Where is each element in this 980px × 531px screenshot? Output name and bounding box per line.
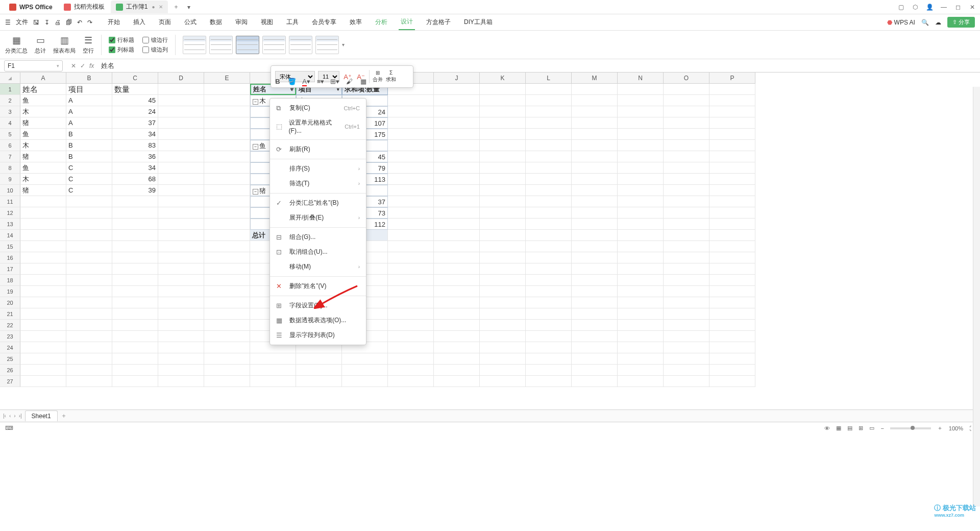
cell[interactable]: 24 — [112, 106, 158, 117]
hamburger-icon[interactable]: ☰ — [5, 19, 11, 26]
cell[interactable] — [112, 353, 158, 365]
cell[interactable] — [112, 207, 158, 219]
cell[interactable] — [388, 297, 434, 308]
cell[interactable]: 45 — [112, 95, 158, 106]
cell[interactable] — [158, 162, 204, 174]
cell[interactable] — [664, 263, 709, 275]
col-header[interactable]: L — [526, 73, 572, 84]
user-avatar[interactable]: 👤 — [926, 4, 933, 11]
cell[interactable]: 木 — [20, 106, 66, 117]
cell[interactable] — [204, 241, 250, 252]
cell[interactable] — [526, 230, 572, 241]
save-icon[interactable]: 🖫 — [33, 19, 39, 26]
cell[interactable] — [388, 207, 434, 219]
cell[interactable] — [526, 95, 572, 106]
cell[interactable] — [618, 106, 664, 117]
new-tab-button[interactable]: ＋ — [169, 1, 183, 13]
cell[interactable] — [342, 376, 388, 387]
cell[interactable]: 39 — [112, 185, 158, 196]
cell[interactable] — [709, 129, 755, 140]
cell[interactable] — [709, 174, 755, 185]
col-header[interactable]: J — [434, 73, 480, 84]
cell[interactable] — [664, 241, 709, 252]
cell[interactable] — [158, 263, 204, 275]
cell[interactable] — [388, 376, 434, 387]
cell[interactable] — [158, 106, 204, 117]
cell[interactable] — [434, 162, 480, 174]
cell[interactable] — [66, 207, 112, 219]
cell[interactable] — [20, 286, 66, 297]
cell[interactable] — [664, 95, 709, 106]
cell[interactable] — [572, 95, 618, 106]
search-icon[interactable]: 🔍 — [921, 19, 929, 26]
cell[interactable] — [434, 84, 480, 95]
zoom-value[interactable]: 100% — [949, 425, 963, 431]
cell[interactable] — [618, 342, 664, 353]
cell[interactable] — [664, 320, 709, 331]
cell[interactable] — [66, 241, 112, 252]
add-sheet-button[interactable]: ＋ — [61, 412, 67, 420]
cell[interactable] — [480, 331, 526, 342]
cell[interactable]: 猪 — [20, 117, 66, 129]
cell[interactable]: 34 — [112, 129, 158, 140]
cell[interactable]: A — [66, 95, 112, 106]
row-header[interactable]: 14 — [0, 230, 20, 241]
cell[interactable] — [480, 241, 526, 252]
tab-menu-icon[interactable]: ▾ — [183, 2, 194, 13]
cell[interactable]: 34 — [112, 162, 158, 174]
row-header[interactable]: 9 — [0, 174, 20, 185]
cell[interactable] — [204, 297, 250, 308]
cell[interactable] — [112, 219, 158, 230]
cell[interactable]: 姓名 — [20, 84, 66, 95]
cell[interactable] — [709, 331, 755, 342]
cell[interactable] — [342, 353, 388, 365]
cell[interactable]: 猪 — [20, 151, 66, 162]
font-color-icon[interactable]: A▾ — [301, 78, 311, 93]
cell[interactable] — [526, 84, 572, 95]
ctx-filter[interactable]: 筛选(T)› — [270, 176, 366, 191]
cell[interactable] — [112, 308, 158, 320]
style-thumb[interactable] — [289, 36, 312, 54]
cell[interactable] — [618, 230, 664, 241]
ctx-group[interactable]: ⊟组合(G)... — [270, 230, 366, 245]
cell-style-icon[interactable]: ▦ — [358, 78, 369, 93]
cell[interactable] — [434, 286, 480, 297]
cell[interactable] — [709, 320, 755, 331]
cell[interactable]: 鱼 — [20, 129, 66, 140]
cell[interactable] — [572, 162, 618, 174]
row-header[interactable]: 20 — [0, 297, 20, 308]
cell[interactable] — [480, 376, 526, 387]
cell[interactable] — [204, 174, 250, 185]
cell[interactable] — [388, 331, 434, 342]
cell[interactable] — [204, 151, 250, 162]
formula-input[interactable]: 姓名 — [98, 61, 980, 70]
cell[interactable] — [158, 95, 204, 106]
cell[interactable] — [20, 320, 66, 331]
cell[interactable] — [480, 84, 526, 95]
cell[interactable] — [112, 252, 158, 263]
cell[interactable] — [526, 342, 572, 353]
cell[interactable] — [158, 219, 204, 230]
cell[interactable] — [112, 331, 158, 342]
cell[interactable] — [709, 140, 755, 151]
cell[interactable] — [709, 297, 755, 308]
cell[interactable] — [480, 263, 526, 275]
cell[interactable] — [112, 297, 158, 308]
cell[interactable] — [664, 230, 709, 241]
align-icon[interactable]: ≡▾ — [315, 78, 326, 93]
cell[interactable]: B — [66, 140, 112, 151]
cell[interactable] — [434, 308, 480, 320]
cell[interactable] — [480, 117, 526, 129]
cell[interactable] — [618, 252, 664, 263]
cell[interactable] — [572, 376, 618, 387]
cell[interactable] — [526, 106, 572, 117]
tab-review[interactable]: 审阅 — [233, 15, 250, 30]
cell[interactable] — [158, 174, 204, 185]
cell[interactable] — [709, 275, 755, 286]
cell[interactable] — [20, 230, 66, 241]
row-header[interactable]: 8 — [0, 162, 20, 174]
row-header[interactable]: 4 — [0, 117, 20, 129]
chk-row-header[interactable]: 行标题 — [109, 36, 134, 44]
cell[interactable] — [20, 241, 66, 252]
cell[interactable] — [709, 230, 755, 241]
